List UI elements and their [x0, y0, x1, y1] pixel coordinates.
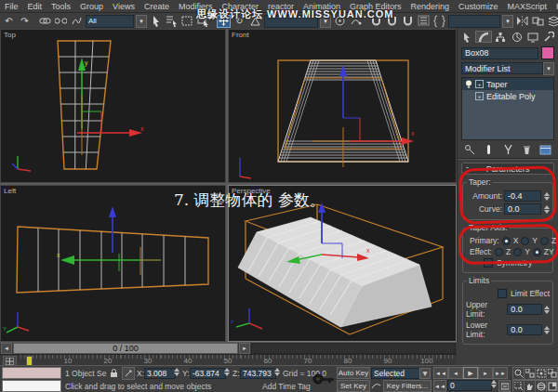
parameters-rollout-header[interactable]: - Parameters [461, 163, 554, 175]
keyboard-override-icon[interactable] [432, 15, 446, 28]
mirror-icon[interactable] [515, 15, 529, 28]
viewport-top[interactable]: Top y x [0, 29, 226, 183]
viewport-front[interactable]: Front x [228, 29, 457, 183]
frame-spinner[interactable] [490, 379, 497, 389]
primary-y-radio[interactable] [521, 237, 529, 245]
viewport-front-label[interactable]: Front [232, 31, 249, 39]
key-mode-dropdown[interactable]: Selected [371, 368, 422, 379]
display-tab-icon[interactable] [525, 31, 540, 43]
amount-field[interactable]: -0.4 [504, 190, 541, 202]
key-step-back-icon[interactable]: ◄◄ [433, 380, 446, 392]
menu-tools[interactable]: Tools [50, 2, 72, 11]
modifier-list-dropdown[interactable]: Modifier List [461, 62, 543, 74]
effect-z-radio[interactable] [495, 248, 503, 256]
expand-icon[interactable]: + [475, 80, 484, 88]
object-name-field[interactable]: Box08 [461, 47, 538, 59]
key-mode-arrow-icon[interactable]: ▼ [419, 368, 431, 379]
stack-item-taper[interactable]: + Taper [462, 78, 553, 90]
key-filter-curve-icon[interactable] [371, 381, 381, 390]
named-selection-arrow-icon[interactable]: ▼ [502, 15, 513, 28]
add-time-tag[interactable]: Add Time Tag [262, 382, 311, 391]
redo-icon[interactable]: ↷ [18, 15, 32, 28]
menu-create[interactable]: Create [143, 2, 170, 11]
time-slider-prev-icon[interactable]: ◄ [1, 343, 12, 354]
create-tab-icon[interactable] [459, 31, 474, 43]
hierarchy-tab-icon[interactable] [493, 31, 508, 43]
selection-lock-icon[interactable] [110, 368, 118, 378]
time-slider-next-icon[interactable]: ► [239, 343, 250, 354]
min-max-toggle-icon[interactable] [546, 380, 558, 392]
layers-icon[interactable] [547, 15, 558, 28]
x-coord-spinner[interactable] [173, 367, 179, 377]
z-coord-field[interactable]: 743.793 [240, 368, 276, 379]
object-color-swatch[interactable] [541, 46, 554, 59]
snap-percent-icon[interactable] [401, 15, 415, 28]
goto-end-icon[interactable]: ►► [493, 367, 508, 379]
maxscript-listener-line[interactable] [2, 380, 61, 392]
modifier-list-arrow-icon[interactable]: ▼ [543, 62, 554, 75]
menu-rendering[interactable]: Rendering [410, 2, 451, 11]
motion-tab-icon[interactable] [510, 31, 525, 43]
y-coord-spinner[interactable] [223, 367, 230, 377]
current-frame-field[interactable]: 0 [447, 380, 492, 391]
upper-limit-field[interactable]: 0.0 [507, 304, 541, 315]
limit-effect-checkbox[interactable] [498, 289, 507, 298]
menu-views[interactable]: Views [112, 2, 136, 11]
show-end-result-icon[interactable] [483, 144, 495, 155]
named-selection-dropdown[interactable] [448, 15, 500, 28]
x-coord-field[interactable]: 3.008 [144, 368, 176, 379]
time-slider-track[interactable] [251, 343, 456, 354]
expand-icon[interactable]: + [475, 92, 484, 100]
unlink-icon[interactable] [54, 15, 68, 28]
time-configuration-icon[interactable] [498, 380, 511, 392]
curve-field[interactable]: 0.0 [504, 203, 541, 215]
set-key-button[interactable]: Set Key [337, 380, 370, 392]
primary-z-radio[interactable] [540, 237, 549, 245]
key-filters-button[interactable]: Key Filters... [383, 380, 432, 392]
configure-modifier-sets-icon[interactable] [539, 144, 551, 155]
rollout-collapse-icon[interactable]: - [466, 163, 469, 172]
make-unique-icon[interactable] [502, 144, 514, 155]
zoom-extents-all-icon[interactable] [546, 367, 558, 380]
lightbulb-icon[interactable] [465, 80, 472, 89]
menu-group[interactable]: Group [79, 2, 104, 11]
snap-spinner-icon[interactable] [417, 15, 431, 28]
menu-customize[interactable]: Customize [458, 2, 499, 11]
effect-y-radio[interactable] [513, 248, 522, 256]
selection-filter-arrow-icon[interactable]: ▼ [136, 15, 147, 28]
goto-start-icon[interactable]: ◄◄ [433, 367, 448, 379]
menu-maxscript[interactable]: MAXScript [507, 2, 549, 11]
select-object-icon[interactable] [149, 15, 163, 28]
y-coord-field[interactable]: -63.874 [190, 368, 226, 379]
effect-zy-radio[interactable] [533, 248, 541, 256]
select-link-icon[interactable] [38, 15, 52, 28]
lower-limit-spinner[interactable] [544, 325, 550, 335]
select-by-name-icon[interactable] [165, 15, 179, 28]
absolute-offset-toggle-icon[interactable] [122, 367, 135, 380]
upper-limit-spinner[interactable] [544, 305, 550, 315]
previous-frame-icon[interactable]: ◄ [448, 367, 463, 379]
align-icon[interactable] [531, 15, 545, 28]
amount-spinner[interactable] [543, 191, 550, 202]
menu-file[interactable]: File [4, 2, 20, 11]
menu-edit[interactable]: Edit [27, 2, 44, 11]
bind-spacewarp-icon[interactable] [70, 15, 84, 28]
selection-filter-dropdown[interactable]: All [86, 15, 134, 28]
remove-modifier-icon[interactable] [521, 144, 533, 155]
auto-key-button[interactable]: Auto Key [337, 367, 370, 379]
primary-x-radio[interactable] [502, 237, 511, 245]
viewport-left-label[interactable]: Left [4, 187, 16, 195]
curve-spinner[interactable] [543, 204, 550, 215]
lower-limit-field[interactable]: 0.0 [507, 324, 541, 335]
utilities-tab-icon[interactable] [541, 31, 556, 43]
stack-item-editable-poly[interactable]: + Editable Poly [462, 90, 553, 102]
region-select-icon[interactable] [180, 15, 194, 28]
set-keys-key-icon[interactable] [312, 370, 335, 388]
modify-tab-icon[interactable] [475, 31, 492, 43]
time-slider-handle[interactable]: 0 / 100 [13, 343, 238, 354]
z-coord-spinner[interactable] [273, 367, 280, 377]
undo-icon[interactable]: ↶ [2, 15, 16, 28]
pin-stack-icon[interactable] [464, 144, 476, 155]
viewport-top-label[interactable]: Top [4, 31, 16, 39]
symmetry-checkbox[interactable] [484, 258, 493, 268]
